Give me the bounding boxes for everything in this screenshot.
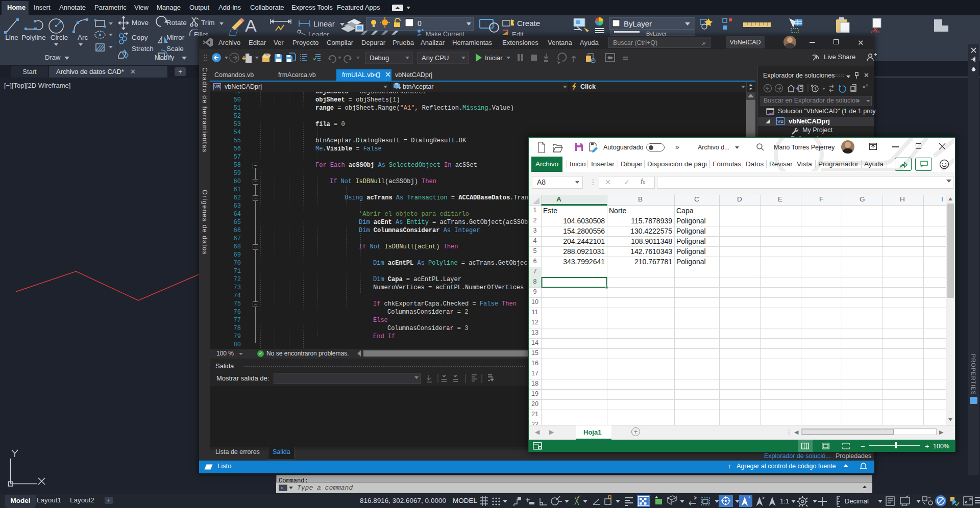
svg-text:0: 0: [418, 19, 422, 28]
svg-text:Iniciar: Iniciar: [485, 54, 503, 62]
svg-text:Create: Create: [517, 19, 540, 28]
svg-text:Any CPU: Any CPU: [422, 54, 449, 62]
svg-text:Decimal: Decimal: [845, 497, 869, 505]
svg-text:1:1: 1:1: [780, 497, 789, 505]
svg-text:°: °: [748, 496, 750, 501]
svg-text:Debug: Debug: [370, 54, 389, 62]
svg-text:Linear: Linear: [313, 19, 335, 28]
svg-text:ByLayer: ByLayer: [624, 19, 652, 28]
